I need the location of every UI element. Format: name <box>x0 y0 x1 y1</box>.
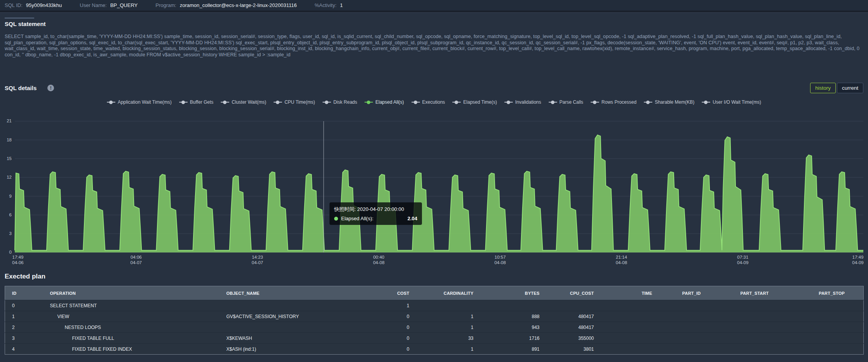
y-axis-label: 18 <box>5 137 12 142</box>
plan-cell: 33 <box>415 333 479 344</box>
plan-cell <box>706 344 774 355</box>
field-label: SQL ID: <box>5 2 23 8</box>
legend-marker-icon <box>702 102 710 103</box>
plan-cell <box>658 300 706 311</box>
plan-row: 1VIEWGV$ACTIVE_SESSION_HISTORY0188848041… <box>5 311 864 322</box>
x-axis-label: 10:5704-08 <box>483 254 518 265</box>
plan-cell <box>600 311 658 322</box>
legend-item-sharable-mem-kb[interactable]: Sharable Mem(KB) <box>644 99 694 105</box>
plan-cell: 355000 <box>545 333 600 344</box>
x-axis-label: 21:1404-08 <box>604 254 639 265</box>
plan-cell <box>216 300 389 311</box>
plan-cell <box>774 344 864 355</box>
legend-item-disk-reads[interactable]: Disk Reads <box>322 99 357 105</box>
sql-statement-panel: SQL statement SELECT sample_id, to_char(… <box>5 21 863 58</box>
legend-label: Application Wait Time(ms) <box>118 99 172 105</box>
legend-item-rows-processed[interactable]: Rows Processed <box>591 99 636 105</box>
plan-cell <box>600 322 658 333</box>
plan-cell: 1 <box>415 344 479 355</box>
y-axis-label: 3 <box>5 231 12 236</box>
legend-marker-icon <box>322 102 331 103</box>
legend-label: Elapsed Time(s) <box>463 99 497 105</box>
header-field-user-name: User Name:BP_QUERY <box>80 2 138 8</box>
legend-item-user-i-o-wait-time-ms[interactable]: User I/O Wait Time(ms) <box>702 99 761 105</box>
header-field-program: Program:zoramon_collector@ecs-x-large-2-… <box>155 2 297 8</box>
plan-cell <box>658 311 706 322</box>
plan-cell: 0 <box>389 322 415 333</box>
plan-row: 4FIXED TABLE FIXED INDEXX$ASH (ind:1)018… <box>5 344 864 355</box>
column-header-bytes: BYTES <box>479 286 545 300</box>
legend-marker-icon <box>364 102 373 103</box>
legend-item-application-wait-time-ms[interactable]: Application Wait Time(ms) <box>107 99 172 105</box>
legend-item-cluster-wait-ms[interactable]: Cluster Wait(ms) <box>221 99 266 105</box>
plan-cell: 1 <box>389 300 415 311</box>
chart-canvas[interactable] <box>5 118 863 268</box>
current-button[interactable]: current <box>837 83 863 93</box>
legend-item-invalidations[interactable]: Invalidations <box>504 99 541 105</box>
tooltip-time-value: 2020-04-07 20:00:00 <box>357 206 404 212</box>
field-label: Program: <box>155 2 176 8</box>
legend-label: Rows Processed <box>601 99 636 105</box>
y-axis-label: 15 <box>5 156 12 161</box>
column-header-time: TIME <box>600 286 658 300</box>
legend-item-buffer-gets[interactable]: Buffer Gets <box>179 99 213 105</box>
plan-cell: FIXED TABLE FULL <box>39 333 216 344</box>
plan-cell: 943 <box>479 322 545 333</box>
timeseries-chart[interactable]: 快照时间: 2020-04-07 20:00:00 Elapsed All(s)… <box>5 118 863 268</box>
field-value: 95y009n433khu <box>26 2 62 8</box>
plan-cell <box>774 300 864 311</box>
legend-label: Cluster Wait(ms) <box>232 99 266 105</box>
plan-cell <box>774 333 864 344</box>
legend-item-parse-calls[interactable]: Parse Calls <box>549 99 583 105</box>
legend-marker-icon <box>221 102 229 103</box>
legend-marker-icon <box>107 102 115 103</box>
legend-label: Invalidations <box>515 99 541 105</box>
plan-cell <box>479 300 545 311</box>
y-axis-label: 12 <box>5 175 12 179</box>
column-header-object-name: OBJECT_NAME <box>216 286 389 300</box>
plan-cell: FIXED TABLE FIXED INDEX <box>39 344 216 355</box>
plan-cell: 888 <box>479 311 545 322</box>
plan-cell: 891 <box>479 344 545 355</box>
legend-item-elapsed-time-s[interactable]: Elapsed Time(s) <box>452 99 497 105</box>
legend-marker-icon <box>549 102 557 103</box>
y-axis-label: 9 <box>5 194 12 198</box>
legend-item-cpu-time-ms[interactable]: CPU Time(ms) <box>274 99 315 105</box>
plan-cell: 1716 <box>479 333 545 344</box>
plan-cell: X$ASH (ind:1) <box>216 344 389 355</box>
plan-cell <box>600 344 658 355</box>
legend-marker-icon <box>179 102 188 103</box>
column-header-cardinality: CARDINALITY <box>415 286 479 300</box>
plan-cell <box>706 300 774 311</box>
legend-label: Buffer Gets <box>190 99 213 105</box>
field-value: BP_QUERY <box>110 2 138 8</box>
sql-statement-title: SQL statement <box>5 21 863 27</box>
tooltip-time-row: 快照时间: 2020-04-07 20:00:00 <box>334 206 417 213</box>
x-axis-label: 07:3104-09 <box>725 254 760 265</box>
plan-header-row: IDOPERATIONOBJECT_NAMECOSTCARDINALITYBYT… <box>5 286 864 300</box>
plan-cell: 3 <box>5 333 39 344</box>
x-axis-label: 17:4904-06 <box>0 254 35 265</box>
plan-cell: VIEW <box>39 311 216 322</box>
plan-cell <box>545 300 600 311</box>
plan-cell: 1 <box>5 311 39 322</box>
plan-cell: 0 <box>389 311 415 322</box>
column-header-part-id: PART_ID <box>658 286 706 300</box>
plan-cell <box>658 333 706 344</box>
top-info-bar: SQL ID:95y009n433khuUser Name:BP_QUERYPr… <box>0 0 868 12</box>
info-icon[interactable]: ! <box>47 85 54 91</box>
plan-cell <box>600 333 658 344</box>
tooltip-series-value: 2.04 <box>408 216 417 221</box>
legend-item-elapsed-all-s[interactable]: Elapsed All(s) <box>364 99 404 105</box>
legend-item-executions[interactable]: Executions <box>411 99 445 105</box>
legend-marker-icon <box>411 102 420 103</box>
plan-cell <box>706 333 774 344</box>
legend-label: Sharable Mem(KB) <box>655 99 694 105</box>
plan-cell: 0 <box>5 300 39 311</box>
tooltip-time-label: 快照时间: <box>334 206 356 212</box>
legend-marker-icon <box>644 102 652 103</box>
sql-statement-text: SELECT sample_id, to_char(sample_time, '… <box>5 34 863 58</box>
history-button[interactable]: history <box>810 83 836 93</box>
legend-label: CPU Time(ms) <box>284 99 315 105</box>
plan-cell: 0 <box>389 333 415 344</box>
